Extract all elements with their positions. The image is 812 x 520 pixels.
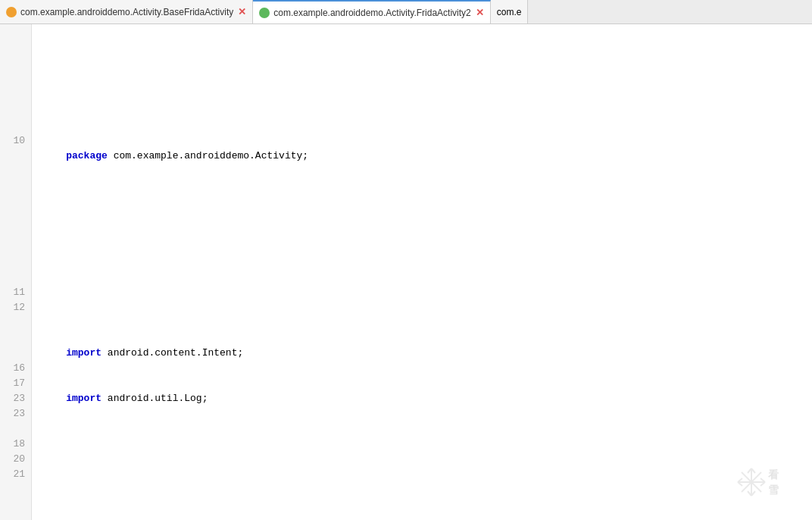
code-line-import2: import android.util.Log; (41, 391, 812, 406)
tab-icon-2 (259, 8, 270, 18)
ln-16: 16 (6, 361, 25, 376)
ln-23a: 23 (6, 391, 25, 406)
tab-label-2: com.example.androiddemo.Activity.FridaAc… (273, 8, 471, 18)
ln-blank3 (6, 58, 25, 73)
ln-blank2 (6, 42, 25, 58)
tab-fridaactivity2[interactable]: com.example.androiddemo.Activity.FridaAc… (253, 0, 491, 23)
ln-blank21 (6, 482, 25, 497)
ln-blank6 (6, 103, 25, 118)
tab-bar: com.example.androiddemo.Activity.BaseFri… (0, 0, 812, 24)
code-line-blank2 (41, 224, 812, 240)
ln-10: 10 (6, 133, 25, 149)
tab-label-3: com.e (497, 7, 522, 17)
ln-blank22 (6, 497, 25, 512)
code-line-blank3 (41, 270, 812, 285)
tab-partial-3[interactable]: com.e (491, 0, 529, 23)
ln-23b: 23 (6, 406, 25, 421)
code-line-blank1 (41, 73, 812, 88)
tab-icon-1 (6, 7, 17, 17)
ln-17: 17 (6, 376, 25, 391)
ln-blank19 (6, 346, 25, 361)
ln-blank17 (6, 315, 25, 330)
ln-blank15 (6, 255, 25, 270)
ln-blank10 (6, 179, 25, 194)
code-content[interactable]: package com.example.androiddemo.Activity… (32, 24, 812, 520)
ln-blank7 (6, 118, 25, 133)
ln-blank18 (6, 330, 25, 346)
ln-blank16 (6, 270, 25, 285)
ln-blank12 (6, 209, 25, 224)
code-area: 10 11 12 16 17 23 23 18 20 21 pac (0, 24, 812, 520)
code-line-blank4 (41, 467, 812, 482)
ln-blank5 (6, 88, 25, 103)
ln-blank8 (6, 149, 25, 164)
ln-blank23 (6, 512, 25, 520)
ln-blank9 (6, 164, 25, 179)
ln-21: 21 (6, 467, 25, 482)
ln-blank4 (6, 73, 25, 88)
ln-blank20 (6, 421, 25, 437)
ln-18: 18 (6, 437, 25, 452)
tab-close-1[interactable]: ✕ (238, 6, 246, 17)
tab-label-1: com.example.androiddemo.Activity.BaseFri… (20, 7, 233, 17)
ln-20: 20 (6, 452, 25, 467)
ln-blank11 (6, 194, 25, 209)
ln-11: 11 (6, 285, 25, 300)
ln-12: 12 (6, 300, 25, 315)
tab-basefridaactivity[interactable]: com.example.androiddemo.Activity.BaseFri… (0, 0, 253, 23)
code-line-package: package com.example.androiddemo.Activity… (41, 149, 812, 164)
tab-close-2[interactable]: ✕ (476, 7, 484, 18)
ln-blank1 (6, 27, 25, 42)
code-line-import1: import android.content.Intent; (41, 346, 812, 361)
ln-blank14 (6, 240, 25, 255)
line-numbers: 10 11 12 16 17 23 23 18 20 21 (0, 24, 32, 520)
ln-blank13 (6, 224, 25, 240)
